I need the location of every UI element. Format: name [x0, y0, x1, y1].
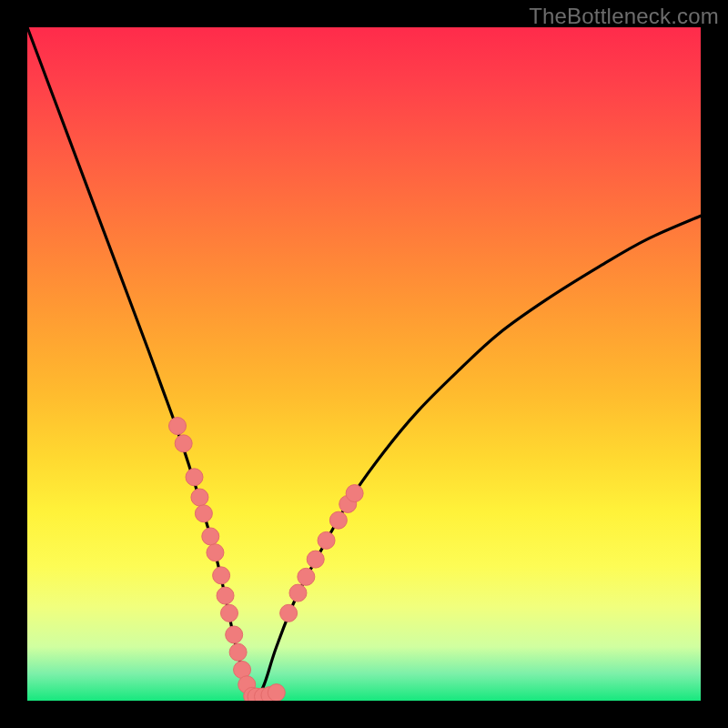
data-dot: [217, 587, 234, 604]
data-dot: [298, 568, 315, 585]
data-dot: [175, 435, 192, 452]
data-dot: [226, 626, 243, 643]
data-dot: [307, 551, 324, 568]
data-dot: [186, 469, 203, 486]
data-dot: [268, 684, 285, 701]
data-dot: [213, 567, 230, 584]
data-dot: [346, 485, 363, 502]
chart-svg: [27, 27, 701, 701]
watermark-text: TheBottleneck.com: [529, 4, 719, 29]
plot-area: [27, 27, 701, 701]
data-dot: [280, 604, 298, 622]
bottleneck-curve: [27, 27, 701, 698]
data-dot: [195, 505, 212, 522]
data-dot: [289, 584, 307, 602]
data-dot: [207, 544, 224, 561]
data-dot: [329, 511, 347, 529]
chart-frame: TheBottleneck.com: [0, 0, 728, 728]
data-dot: [202, 528, 219, 545]
data-dot: [191, 489, 208, 506]
data-dot: [229, 643, 247, 661]
data-dot: [221, 604, 238, 622]
data-dots: [169, 418, 364, 701]
data-dot: [169, 418, 187, 435]
data-dot: [318, 531, 335, 549]
